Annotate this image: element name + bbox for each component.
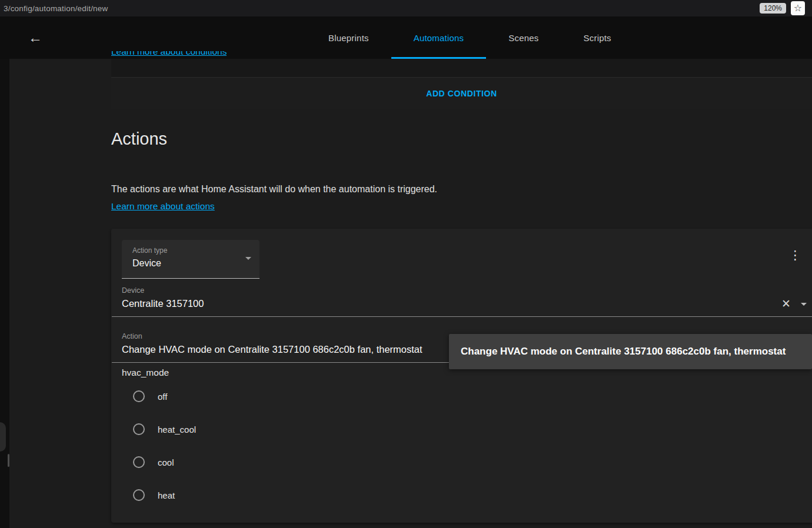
radio-circle-icon[interactable] [133,456,145,468]
radio-option-label: cool [158,457,174,467]
actions-description: The actions are what Home Assistant will… [111,184,437,195]
url-bar-right: 120% ☆ [760,1,805,15]
actions-learn-more-link[interactable]: Learn more about actions [111,201,215,212]
tab-label: Automations [414,33,464,43]
action-tooltip-text: Change HVAC mode on Centralite 3157100 6… [461,346,786,357]
tab-label: Scripts [584,33,611,43]
conditions-card-bottom [111,59,812,77]
add-condition-label: ADD CONDITION [426,89,497,98]
radio-option-heat[interactable]: heat [122,479,298,512]
radio-option-label: heat [158,490,175,500]
action-card: Action type Device ⋮ Device Centralite 3… [111,229,812,523]
tab-automations[interactable]: Automations [391,16,487,59]
back-button[interactable]: ← [28,31,42,45]
bookmark-star-icon: ☆ [794,4,802,13]
add-condition-button[interactable]: ADD CONDITION [111,77,812,109]
action-field-label: Action [122,332,142,340]
hvac-mode-label: hvac_mode [122,367,169,378]
radio-option-off[interactable]: off [122,380,298,413]
radio-option-heat-cool[interactable]: heat_cool [122,413,298,446]
tab-scripts[interactable]: Scripts [561,16,634,59]
action-type-value: Device [132,258,161,269]
tab-blueprints[interactable]: Blueprints [306,16,391,59]
device-field[interactable]: Device Centralite 3157100 ✕ [112,285,812,317]
radio-option-cool[interactable]: cool [122,446,298,479]
conditions-learn-more-link[interactable]: Learn more about conditions [111,51,227,57]
tab-bar: Blueprints Automations Scenes Scripts [306,16,634,59]
tab-label: Blueprints [328,33,369,43]
radio-circle-icon[interactable] [133,423,145,435]
browser-url-bar: 3/config/automation/edit/new 120% ☆ [0,0,812,16]
actions-section-title: Actions [111,129,167,149]
chevron-down-icon [245,257,251,260]
zoom-level-badge[interactable]: 120% [760,3,786,14]
tab-scenes[interactable]: Scenes [486,16,561,59]
radio-option-label: off [158,392,167,402]
device-field-value[interactable]: Centralite 3157100 [122,298,771,309]
back-arrow-icon: ← [28,29,42,45]
tab-label: Scenes [508,33,538,43]
action-type-label: Action type [132,246,167,255]
radio-circle-icon[interactable] [133,489,145,501]
radio-circle-icon[interactable] [133,390,145,402]
scrollbar-thumb[interactable] [8,454,9,467]
sidebar-item-sliver[interactable] [0,422,6,452]
radio-option-label: heat_cool [158,425,196,435]
action-type-select[interactable]: Action type Device [122,240,259,279]
conditions-link-clip: Learn more about conditions [111,51,227,59]
device-dropdown-caret-icon[interactable] [801,303,807,306]
kebab-menu-icon: ⋮ [789,248,801,262]
url-text[interactable]: 3/config/automation/edit/new [4,4,108,13]
bookmark-button[interactable]: ☆ [791,1,805,15]
clear-device-icon[interactable]: ✕ [781,298,791,309]
device-field-label: Device [122,286,144,295]
action-value-tooltip: Change HVAC mode on Centralite 3157100 6… [449,334,812,369]
action-options-menu-button[interactable]: ⋮ [789,249,801,261]
